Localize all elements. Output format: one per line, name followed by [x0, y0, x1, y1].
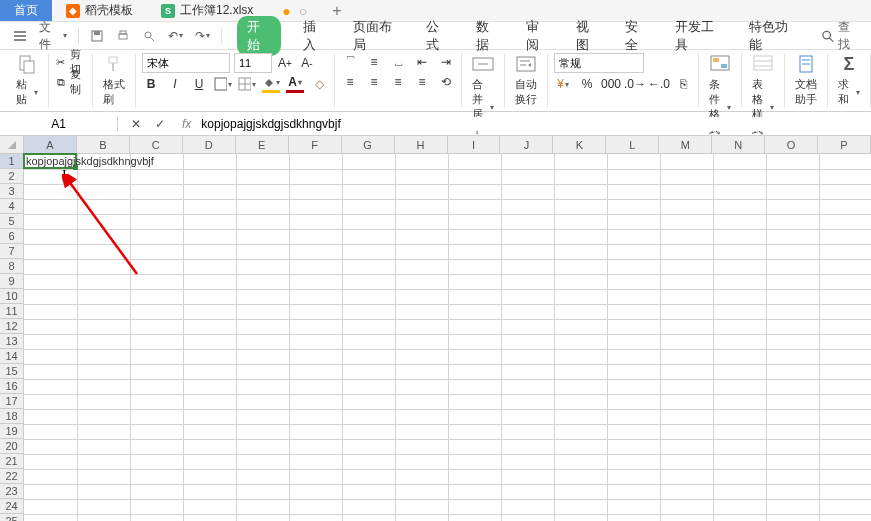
col-header-N[interactable]: N	[712, 136, 765, 153]
row-header-24[interactable]: 24	[0, 499, 23, 514]
file-menu[interactable]: 文件▾	[36, 19, 70, 53]
print-icon[interactable]	[113, 29, 133, 43]
row-header-3[interactable]: 3	[0, 184, 23, 199]
row-header-13[interactable]: 13	[0, 334, 23, 349]
row-header-14[interactable]: 14	[0, 349, 23, 364]
row-header-21[interactable]: 21	[0, 454, 23, 469]
name-box-input[interactable]	[0, 117, 117, 131]
col-header-H[interactable]: H	[395, 136, 448, 153]
tab-page-layout[interactable]: 页面布局	[349, 16, 404, 56]
row-header-4[interactable]: 4	[0, 199, 23, 214]
currency-icon[interactable]: ¥▾	[554, 75, 572, 93]
cells-area[interactable]: kopjopajgjskdgjsdkhngvbjf I	[24, 154, 871, 521]
row-header-9[interactable]: 9	[0, 274, 23, 289]
fx-icon[interactable]: fx	[182, 117, 191, 131]
fill-color-button[interactable]: ▾	[262, 75, 280, 93]
tab-review[interactable]: 审阅	[522, 16, 554, 56]
align-middle-icon[interactable]: ≡	[365, 53, 383, 71]
row-header-5[interactable]: 5	[0, 214, 23, 229]
tab-formula[interactable]: 公式	[422, 16, 454, 56]
tab-security[interactable]: 安全	[621, 16, 653, 56]
row-header-1[interactable]: 1	[0, 154, 23, 169]
col-header-I[interactable]: I	[448, 136, 501, 153]
sum-button[interactable]: Σ 求和▾	[834, 53, 864, 107]
row-header-19[interactable]: 19	[0, 424, 23, 439]
copy-button[interactable]: ⧉复制	[55, 73, 86, 91]
format-painter-button[interactable]: 格式刷	[99, 53, 129, 107]
row-header-10[interactable]: 10	[0, 289, 23, 304]
row-header-15[interactable]: 15	[0, 364, 23, 379]
redo-icon[interactable]: ↷▾	[192, 29, 213, 43]
tab-special[interactable]: 特色功能	[745, 16, 800, 56]
underline-button[interactable]: U	[190, 75, 208, 93]
col-header-F[interactable]: F	[289, 136, 342, 153]
col-header-E[interactable]: E	[236, 136, 289, 153]
align-right-icon[interactable]: ≡	[389, 73, 407, 91]
font-color-button[interactable]: A▾	[286, 75, 304, 93]
decrease-font-icon[interactable]: A-	[298, 54, 316, 72]
formula-input[interactable]	[197, 117, 871, 131]
row-header-12[interactable]: 12	[0, 319, 23, 334]
cancel-edit-icon[interactable]: ✕	[128, 117, 144, 131]
row-header-22[interactable]: 22	[0, 469, 23, 484]
col-header-K[interactable]: K	[553, 136, 606, 153]
clear-format-icon[interactable]: ◇	[310, 75, 328, 93]
align-bottom-icon[interactable]: ⎵	[389, 53, 407, 71]
col-header-D[interactable]: D	[183, 136, 236, 153]
doc-assist-button[interactable]: 文档助手	[791, 53, 821, 107]
undo-icon[interactable]: ↶▾	[165, 29, 186, 43]
number-format-select[interactable]	[554, 53, 644, 73]
tab-dev[interactable]: 开发工具	[671, 16, 726, 56]
format-icon[interactable]: ⎘	[674, 75, 692, 93]
align-center-icon[interactable]: ≡	[365, 73, 383, 91]
save-icon[interactable]	[87, 29, 107, 43]
orientation-icon[interactable]: ⟲	[437, 73, 455, 91]
tab-data[interactable]: 数据	[472, 16, 504, 56]
wrap-text-button[interactable]: 自动换行	[511, 53, 541, 107]
bold-button[interactable]: B	[142, 75, 160, 93]
paste-button[interactable]: 粘贴▾	[12, 53, 42, 107]
search-button[interactable]: 查找	[821, 19, 861, 53]
col-header-A[interactable]: A	[24, 136, 77, 153]
increase-decimal-icon[interactable]: .0→	[626, 75, 644, 93]
tab-start[interactable]: 开始	[237, 16, 281, 56]
italic-button[interactable]: I	[166, 75, 184, 93]
tab-view[interactable]: 视图	[572, 16, 604, 56]
row-header-20[interactable]: 20	[0, 439, 23, 454]
confirm-edit-icon[interactable]: ✓	[152, 117, 168, 131]
comma-icon[interactable]: 000	[602, 75, 620, 93]
row-header-2[interactable]: 2	[0, 169, 23, 184]
tab-insert[interactable]: 插入	[299, 16, 331, 56]
row-header-11[interactable]: 11	[0, 304, 23, 319]
row-header-17[interactable]: 17	[0, 394, 23, 409]
select-all-corner[interactable]	[0, 136, 24, 154]
increase-font-icon[interactable]: A+	[276, 54, 294, 72]
align-left-icon[interactable]: ≡	[341, 73, 359, 91]
align-top-icon[interactable]: ⎴	[341, 53, 359, 71]
col-header-J[interactable]: J	[500, 136, 553, 153]
font-size-select[interactable]	[234, 53, 272, 73]
row-header-16[interactable]: 16	[0, 379, 23, 394]
col-header-B[interactable]: B	[77, 136, 130, 153]
col-header-G[interactable]: G	[342, 136, 395, 153]
indent-increase-icon[interactable]: ⇥	[437, 53, 455, 71]
name-box[interactable]	[0, 117, 118, 131]
col-header-P[interactable]: P	[818, 136, 871, 153]
col-header-O[interactable]: O	[765, 136, 818, 153]
spreadsheet-grid[interactable]: ABCDEFGHIJKLMNOP 12345678910111213141516…	[0, 136, 871, 521]
decrease-decimal-icon[interactable]: ←.0	[650, 75, 668, 93]
row-header-23[interactable]: 23	[0, 484, 23, 499]
font-name-select[interactable]	[142, 53, 230, 73]
col-header-C[interactable]: C	[130, 136, 183, 153]
indent-decrease-icon[interactable]: ⇤	[413, 53, 431, 71]
percent-icon[interactable]: %	[578, 75, 596, 93]
row-header-6[interactable]: 6	[0, 229, 23, 244]
cell-style-button[interactable]: ▾	[238, 75, 256, 93]
border-button[interactable]: ▾	[214, 75, 232, 93]
app-menu-icon[interactable]	[10, 29, 30, 43]
col-header-L[interactable]: L	[606, 136, 659, 153]
row-header-7[interactable]: 7	[0, 244, 23, 259]
row-header-25[interactable]: 25	[0, 514, 23, 521]
preview-icon[interactable]	[139, 29, 159, 43]
row-header-18[interactable]: 18	[0, 409, 23, 424]
